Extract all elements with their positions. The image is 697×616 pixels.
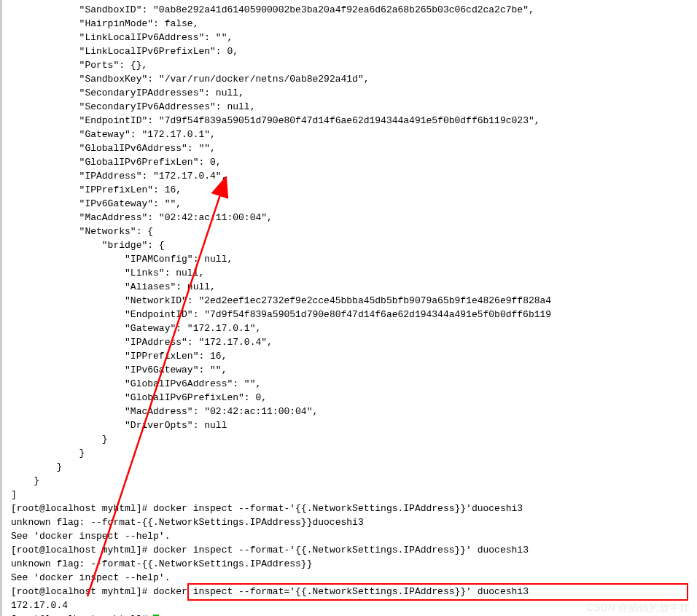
shell-command: docker inspect --format-'{{.NetworkSetti… [153, 545, 529, 555]
json-line: "HairpinMode": false, [11, 18, 198, 29]
shell-prompt: [root@localhost myhtml]# [11, 503, 153, 514]
json-line: "NetworkID": "2ed2eef1ec2732ef9e2cce45bb… [11, 295, 551, 306]
json-line: "IPPrefixLen": 16, [11, 351, 227, 362]
json-line: "LinkLocalIPv6Address": "", [11, 32, 233, 43]
json-line: "GlobalIPv6PrefixLen": 0, [11, 157, 222, 168]
json-close: } [11, 475, 39, 486]
json-line: "SandboxKey": "/var/run/docker/netns/0ab… [11, 74, 370, 85]
shell-line: [root@localhost myhtml]# docker inspect … [11, 545, 529, 555]
json-line: "EndpointID": "7d9f54f839a59051d790e80f4… [11, 309, 551, 320]
json-line: "IPv6Gateway": "", [11, 198, 182, 209]
json-line: "IPPrefixLen": 16, [11, 184, 182, 195]
shell-error: See 'docker inspect --help'. [11, 572, 170, 583]
json-line: "IPAddress": "172.17.0.4", [11, 337, 273, 348]
json-line: "Aliases": null, [11, 281, 216, 292]
json-line: "MacAddress": "02:42:ac:11:00:04", [11, 406, 318, 417]
terminal-output[interactable]: "SandboxID": "0ab8e292a41d61405900002be3… [0, 0, 697, 616]
json-line: "GlobalIPv6PrefixLen": 0, [11, 392, 267, 403]
json-line: "bridge": { [11, 240, 165, 251]
shell-error: See 'docker inspect --help'. [11, 531, 170, 542]
json-line: "Links": null, [11, 268, 204, 278]
shell-result: 172.17.0.4 [11, 600, 68, 611]
json-line: "DriverOpts": null [11, 420, 227, 431]
shell-error: unknown flag: --format-{{.NetworkSetting… [11, 558, 312, 569]
json-close: } [11, 434, 108, 445]
json-line-ipaddress: "IPAddress": "172.17.0.4", [11, 171, 227, 182]
shell-line-highlighted: [root@localhost myhtml]# docker inspect … [11, 586, 529, 597]
json-line: "Networks": { [11, 226, 153, 237]
json-line: "Ports": {}, [11, 60, 147, 71]
shell-line: [root@localhost myhtml]# docker inspect … [11, 503, 523, 514]
json-close: } [11, 461, 62, 472]
json-line: "SandboxID": "0ab8e292a41d61405900002be3… [11, 4, 534, 15]
shell-error: unknown flag: --format-{{.NetworkSetting… [11, 517, 364, 528]
shell-command-correct: docker inspect --format='{{.NetworkSetti… [153, 586, 529, 597]
json-line: "IPAMConfig": null, [11, 254, 233, 265]
json-close: } [11, 448, 85, 459]
shell-command: docker inspect --format-'{{.NetworkSetti… [153, 503, 523, 514]
shell-prompt: [root@localhost myhtml]# [11, 586, 153, 597]
shell-prompt: [root@localhost myhtml]# [11, 545, 153, 555]
json-line: "GlobalIPv6Address": "", [11, 378, 261, 389]
json-line: "MacAddress": "02:42:ac:11:00:04", [11, 212, 273, 223]
json-line: "Gateway": "172.17.0.1", [11, 129, 216, 140]
json-line: "SecondaryIPv6Addresses": null, [11, 101, 255, 112]
json-line: "SecondaryIPAddresses": null, [11, 87, 244, 98]
json-line: "LinkLocalIPv6PrefixLen": 0, [11, 46, 238, 57]
json-line: "GlobalIPv6Address": "", [11, 143, 216, 154]
json-line: "IPv6Gateway": "", [11, 364, 227, 375]
json-line: "EndpointID": "7d9f54f839a59051d790e80f4… [11, 115, 540, 126]
json-line: "Gateway": "172.17.0.1", [11, 323, 261, 334]
json-close: ] [11, 489, 17, 500]
